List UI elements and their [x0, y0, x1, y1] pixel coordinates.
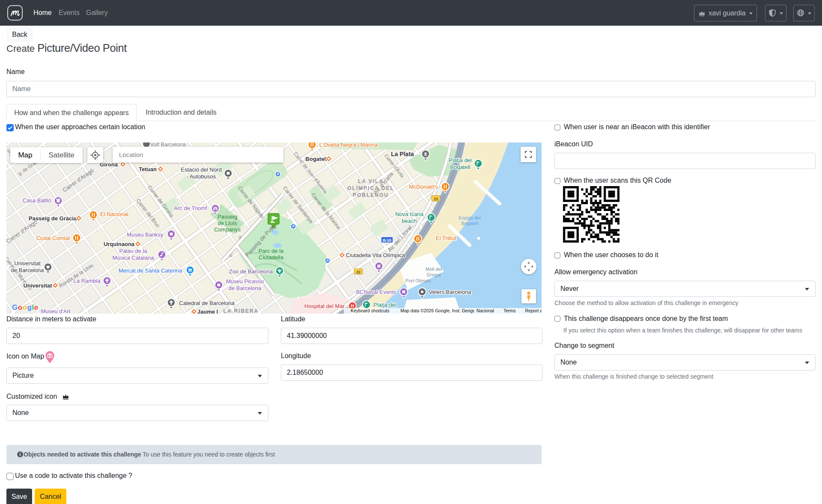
svg-text:Hospital del Mar: Hospital del Mar — [304, 303, 345, 309]
svg-text:Passeig: Passeig — [217, 213, 237, 220]
svg-text:B-10: B-10 — [383, 238, 391, 243]
svg-text:22: 22 — [356, 270, 360, 274]
svg-text:Passeig de Gràcia: Passeig de Gràcia — [29, 215, 77, 222]
svg-text:Catedral de Barcelona: Catedral de Barcelona — [179, 300, 235, 306]
svg-text:McDonald's: McDonald's — [409, 184, 438, 190]
svg-text:Zoo de Barcelona: Zoo de Barcelona — [229, 268, 273, 275]
svg-text:La Plata: La Plata — [391, 151, 414, 157]
svg-text:Casa Batlló: Casa Batlló — [23, 197, 51, 204]
svg-text:Bogatell: Bogatell — [305, 156, 327, 162]
svg-text:Música Catalana: Música Catalana — [113, 255, 155, 261]
svg-text:Ciutat Comtal: Ciutat Comtal — [36, 235, 70, 241]
svg-text:Moll del: Moll del — [426, 267, 442, 272]
svg-text:beach: beach — [402, 218, 417, 224]
svg-text:Nova Icaria: Nova Icaria — [395, 211, 424, 217]
svg-text:Museu Picasso: Museu Picasso — [226, 278, 264, 285]
svg-text:El Tribut: El Tribut — [436, 235, 456, 241]
svg-text:Ciutadella Vila Olímpica: Ciutadella Vila Olímpica — [346, 252, 405, 258]
svg-text:23: 23 — [434, 197, 438, 201]
svg-text:H: H — [351, 303, 354, 308]
svg-text:LA VILA: LA VILA — [358, 178, 384, 184]
svg-text:Ciutadella: Ciutadella — [259, 254, 284, 261]
svg-text:Parc de la: Parc de la — [259, 248, 284, 254]
svg-text:Platja del: Platja del — [449, 157, 472, 163]
svg-text:Arc de Triomf: Arc de Triomf — [174, 205, 207, 211]
svg-text:Universitat: Universitat — [14, 260, 41, 267]
svg-text:- Autobusos: - Autobusos — [187, 173, 216, 180]
svg-text:Museu d'Art: Museu d'Art — [41, 308, 71, 314]
svg-text:Companys: Companys — [214, 226, 241, 233]
svg-text:L'Ovella Negra | Marina: L'Ovella Negra | Marina — [319, 142, 378, 148]
svg-text:OLÍMPICA DEL: OLÍMPICA DEL — [347, 185, 394, 191]
svg-text:de Barcelona: de Barcelona — [11, 267, 44, 273]
svg-text:Bogatell: Bogatell — [461, 221, 478, 226]
svg-text:Mercat de Santa Caterina: Mercat de Santa Caterina — [119, 267, 182, 274]
svg-text:Jaume I: Jaume I — [197, 308, 218, 314]
svg-text:Velers Barcelona: Velers Barcelona — [429, 289, 471, 295]
svg-text:de Barcelona: de Barcelona — [229, 285, 262, 291]
svg-text:Estació del Nord: Estació del Nord — [181, 166, 221, 173]
svg-text:Bogatell: Bogatell — [450, 164, 471, 170]
svg-text:Espigó del: Espigó del — [459, 215, 480, 220]
svg-text:El Nacional: El Nacional — [100, 211, 128, 217]
svg-text:LA RIBERA: LA RIBERA — [223, 308, 259, 314]
svg-text:Port Olimpic: Port Olimpic — [405, 278, 431, 283]
svg-text:BCNaval Events: BCNaval Events — [356, 289, 397, 295]
svg-text:Palau de la: Palau de la — [119, 248, 147, 254]
svg-text:Platja del: Platja del — [373, 302, 396, 308]
svg-text:Gregal: Gregal — [426, 272, 441, 277]
svg-text:POBLENOU: POBLENOU — [353, 192, 389, 198]
svg-text:La Rambla: La Rambla — [74, 278, 101, 284]
svg-text:Tetuan: Tetuan — [139, 166, 157, 172]
svg-text:Museu Banksy: Museu Banksy — [127, 231, 164, 238]
svg-text:de Lluís: de Lluís — [217, 220, 237, 226]
svg-text:Urquinaona: Urquinaona — [104, 241, 135, 247]
svg-text:Universitat: Universitat — [23, 282, 52, 289]
